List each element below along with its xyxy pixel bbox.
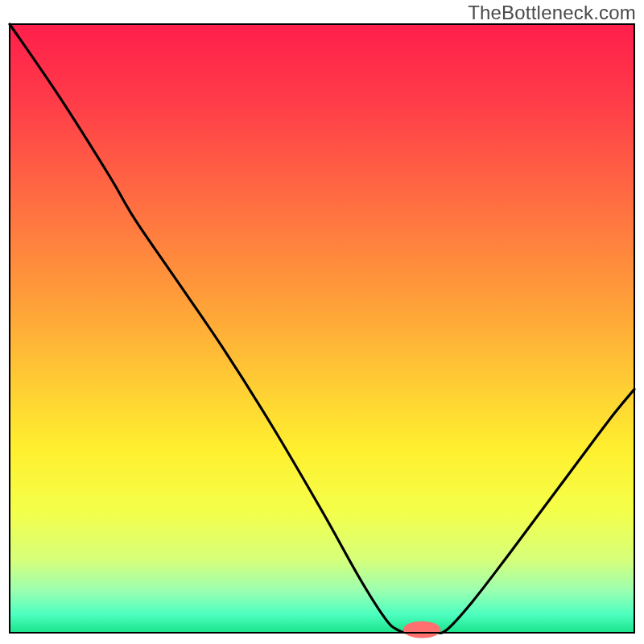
chart-container: TheBottleneck.com [0,0,644,644]
watermark-text: TheBottleneck.com [468,2,636,24]
bottleneck-chart [0,0,644,644]
plot-background [10,24,634,633]
optimal-marker [403,621,441,638]
